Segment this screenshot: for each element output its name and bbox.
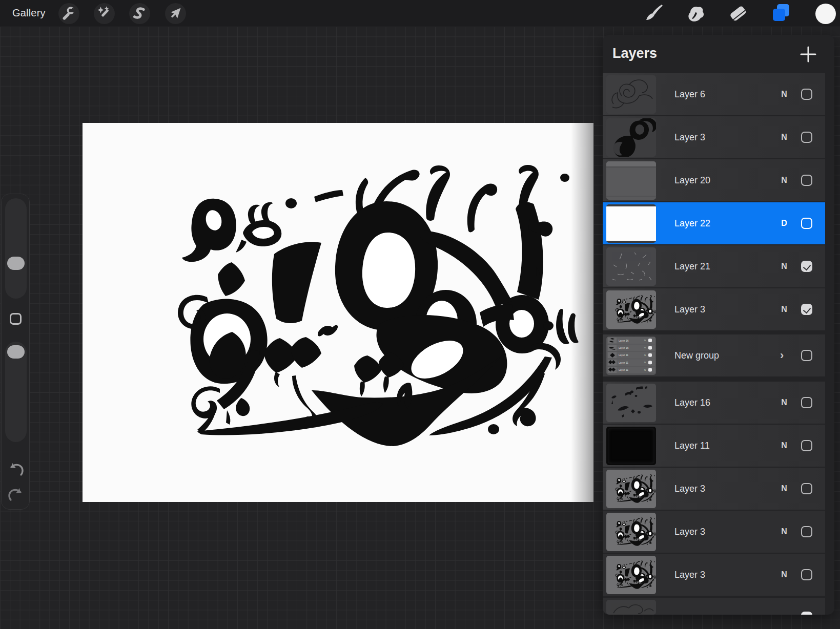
svg-text:Layer 16: Layer 16	[619, 339, 629, 342]
svg-text:N: N	[644, 361, 646, 364]
svg-text:Layer 11: Layer 11	[619, 361, 628, 364]
svg-text:N: N	[644, 339, 646, 342]
svg-text:N: N	[644, 346, 646, 349]
svg-text:N: N	[644, 369, 646, 371]
svg-text:Layer 11: Layer 11	[619, 368, 628, 371]
svg-text:Layer 15: Layer 15	[619, 346, 629, 349]
svg-text:Layer 11: Layer 11	[619, 353, 628, 357]
svg-text:N: N	[644, 354, 646, 357]
